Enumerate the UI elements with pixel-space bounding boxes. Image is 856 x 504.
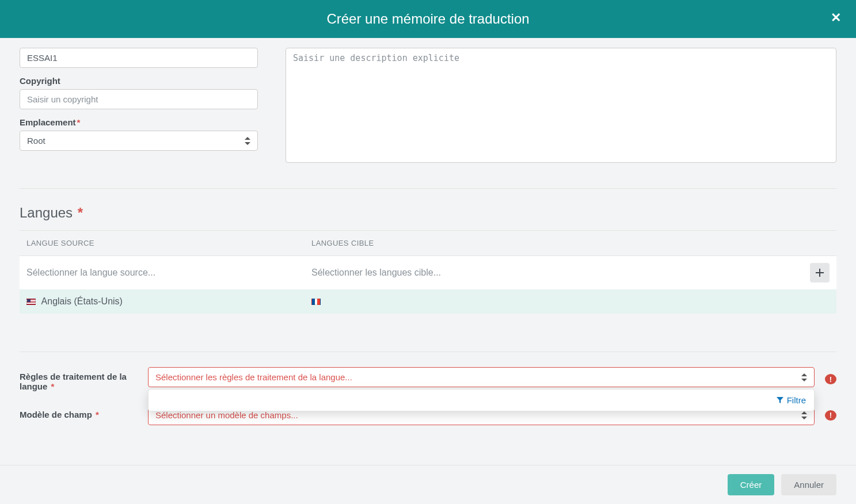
cancel-button[interactable]: Annuler xyxy=(781,474,836,495)
required-asterisk: * xyxy=(77,117,81,127)
processing-rules-row: Règles de traitement de la langue * Séle… xyxy=(20,367,836,391)
source-language-value[interactable]: Anglais (États-Unis) xyxy=(26,296,311,307)
copyright-label: Copyright xyxy=(20,76,258,86)
divider xyxy=(20,188,836,189)
filter-icon xyxy=(777,397,783,404)
processing-rules-placeholder: Sélectionner les règles de traitement de… xyxy=(155,372,352,382)
source-language-placeholder[interactable]: Sélectionner la langue source... xyxy=(26,268,311,278)
field-model-label: Modèle de champ * xyxy=(20,405,138,419)
description-textarea[interactable] xyxy=(286,48,836,163)
processing-rules-select[interactable]: Sélectionner les règles de traitement de… xyxy=(148,367,815,387)
plus-icon xyxy=(816,269,824,277)
location-value: Root xyxy=(27,136,45,146)
modal-header: Créer une mémoire de traduction ✕ xyxy=(0,0,856,38)
copyright-input[interactable] xyxy=(20,89,258,109)
required-asterisk: * xyxy=(93,410,99,419)
sort-icon xyxy=(801,373,807,381)
flag-fr-icon xyxy=(311,299,321,305)
location-label-text: Emplacement xyxy=(20,117,76,127)
table-row: Anglais (États-Unis) xyxy=(20,289,836,314)
create-button[interactable]: Créer xyxy=(728,474,775,495)
error-badge-icon: ! xyxy=(825,410,836,421)
error-badge-icon: ! xyxy=(825,374,836,384)
sort-icon xyxy=(801,411,807,419)
column-source: LANGUE SOURCE xyxy=(26,239,311,247)
modal-body: Nom Copyright Emplacement* Root Descript… xyxy=(0,38,856,465)
column-target: LANGUES CIBLE xyxy=(311,239,804,247)
location-label: Emplacement* xyxy=(20,117,258,127)
filter-link[interactable]: Filtre xyxy=(777,395,806,405)
location-select[interactable]: Root xyxy=(20,131,258,151)
modal-title: Créer une mémoire de traduction xyxy=(326,11,529,27)
required-asterisk: * xyxy=(74,205,83,220)
modal-footer: Créer Annuler xyxy=(0,465,856,504)
languages-section-title: Langues * xyxy=(20,205,836,221)
close-icon[interactable]: ✕ xyxy=(831,10,841,25)
target-language-placeholder[interactable]: Sélectionner les langues cible... xyxy=(311,268,804,278)
processing-rules-label: Règles de traitement de la langue * xyxy=(20,367,138,391)
languages-table: LANGUE SOURCE LANGUES CIBLE Sélectionner… xyxy=(20,230,836,314)
field-model-placeholder: Sélectionner un modèle de champs... xyxy=(155,410,298,420)
table-row: Sélectionner la langue source... Sélecti… xyxy=(20,256,836,289)
add-language-button[interactable] xyxy=(810,263,830,282)
name-input[interactable] xyxy=(20,48,258,68)
required-asterisk: * xyxy=(48,381,54,391)
flag-us-icon xyxy=(26,299,36,305)
divider xyxy=(20,352,836,352)
processing-rules-dropdown[interactable]: Filtre xyxy=(148,389,815,411)
sort-icon xyxy=(245,137,250,145)
target-language-value[interactable] xyxy=(311,296,804,307)
